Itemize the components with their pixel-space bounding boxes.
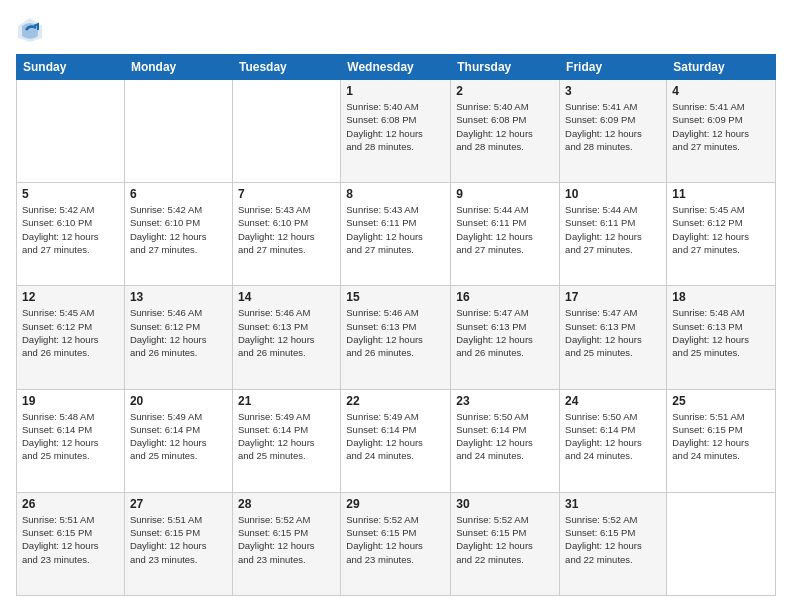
calendar-cell: 20Sunrise: 5:49 AM Sunset: 6:14 PM Dayli… — [124, 389, 232, 492]
day-number: 22 — [346, 394, 445, 408]
day-number: 29 — [346, 497, 445, 511]
calendar-cell: 13Sunrise: 5:46 AM Sunset: 6:12 PM Dayli… — [124, 286, 232, 389]
calendar-cell: 16Sunrise: 5:47 AM Sunset: 6:13 PM Dayli… — [451, 286, 560, 389]
day-info: Sunrise: 5:45 AM Sunset: 6:12 PM Dayligh… — [672, 203, 770, 256]
calendar-cell — [124, 80, 232, 183]
calendar-cell: 4Sunrise: 5:41 AM Sunset: 6:09 PM Daylig… — [667, 80, 776, 183]
day-number: 31 — [565, 497, 661, 511]
day-number: 18 — [672, 290, 770, 304]
day-info: Sunrise: 5:46 AM Sunset: 6:13 PM Dayligh… — [238, 306, 335, 359]
calendar-cell: 15Sunrise: 5:46 AM Sunset: 6:13 PM Dayli… — [341, 286, 451, 389]
calendar-cell: 29Sunrise: 5:52 AM Sunset: 6:15 PM Dayli… — [341, 492, 451, 595]
calendar-week-4: 19Sunrise: 5:48 AM Sunset: 6:14 PM Dayli… — [17, 389, 776, 492]
calendar-cell: 26Sunrise: 5:51 AM Sunset: 6:15 PM Dayli… — [17, 492, 125, 595]
calendar-week-3: 12Sunrise: 5:45 AM Sunset: 6:12 PM Dayli… — [17, 286, 776, 389]
day-info: Sunrise: 5:51 AM Sunset: 6:15 PM Dayligh… — [672, 410, 770, 463]
day-info: Sunrise: 5:51 AM Sunset: 6:15 PM Dayligh… — [130, 513, 227, 566]
calendar-cell: 23Sunrise: 5:50 AM Sunset: 6:14 PM Dayli… — [451, 389, 560, 492]
day-info: Sunrise: 5:51 AM Sunset: 6:15 PM Dayligh… — [22, 513, 119, 566]
day-info: Sunrise: 5:48 AM Sunset: 6:14 PM Dayligh… — [22, 410, 119, 463]
calendar-cell: 3Sunrise: 5:41 AM Sunset: 6:09 PM Daylig… — [560, 80, 667, 183]
calendar-cell: 22Sunrise: 5:49 AM Sunset: 6:14 PM Dayli… — [341, 389, 451, 492]
day-number: 1 — [346, 84, 445, 98]
day-number: 10 — [565, 187, 661, 201]
logo — [16, 16, 48, 44]
day-number: 27 — [130, 497, 227, 511]
day-number: 14 — [238, 290, 335, 304]
weekday-header-saturday: Saturday — [667, 55, 776, 80]
calendar-cell: 12Sunrise: 5:45 AM Sunset: 6:12 PM Dayli… — [17, 286, 125, 389]
calendar-cell: 1Sunrise: 5:40 AM Sunset: 6:08 PM Daylig… — [341, 80, 451, 183]
day-number: 16 — [456, 290, 554, 304]
day-info: Sunrise: 5:43 AM Sunset: 6:11 PM Dayligh… — [346, 203, 445, 256]
calendar-cell: 25Sunrise: 5:51 AM Sunset: 6:15 PM Dayli… — [667, 389, 776, 492]
day-number: 24 — [565, 394, 661, 408]
calendar-cell: 21Sunrise: 5:49 AM Sunset: 6:14 PM Dayli… — [232, 389, 340, 492]
day-number: 13 — [130, 290, 227, 304]
calendar-week-1: 1Sunrise: 5:40 AM Sunset: 6:08 PM Daylig… — [17, 80, 776, 183]
calendar-cell: 28Sunrise: 5:52 AM Sunset: 6:15 PM Dayli… — [232, 492, 340, 595]
day-number: 17 — [565, 290, 661, 304]
day-info: Sunrise: 5:47 AM Sunset: 6:13 PM Dayligh… — [456, 306, 554, 359]
calendar-body: 1Sunrise: 5:40 AM Sunset: 6:08 PM Daylig… — [17, 80, 776, 596]
calendar-cell: 27Sunrise: 5:51 AM Sunset: 6:15 PM Dayli… — [124, 492, 232, 595]
day-info: Sunrise: 5:52 AM Sunset: 6:15 PM Dayligh… — [346, 513, 445, 566]
calendar-cell: 6Sunrise: 5:42 AM Sunset: 6:10 PM Daylig… — [124, 183, 232, 286]
day-info: Sunrise: 5:46 AM Sunset: 6:13 PM Dayligh… — [346, 306, 445, 359]
calendar-cell: 18Sunrise: 5:48 AM Sunset: 6:13 PM Dayli… — [667, 286, 776, 389]
day-info: Sunrise: 5:48 AM Sunset: 6:13 PM Dayligh… — [672, 306, 770, 359]
calendar-table: SundayMondayTuesdayWednesdayThursdayFrid… — [16, 54, 776, 596]
day-info: Sunrise: 5:50 AM Sunset: 6:14 PM Dayligh… — [456, 410, 554, 463]
day-number: 9 — [456, 187, 554, 201]
calendar-cell: 8Sunrise: 5:43 AM Sunset: 6:11 PM Daylig… — [341, 183, 451, 286]
day-info: Sunrise: 5:50 AM Sunset: 6:14 PM Dayligh… — [565, 410, 661, 463]
day-info: Sunrise: 5:41 AM Sunset: 6:09 PM Dayligh… — [672, 100, 770, 153]
day-info: Sunrise: 5:47 AM Sunset: 6:13 PM Dayligh… — [565, 306, 661, 359]
calendar-cell: 31Sunrise: 5:52 AM Sunset: 6:15 PM Dayli… — [560, 492, 667, 595]
day-info: Sunrise: 5:46 AM Sunset: 6:12 PM Dayligh… — [130, 306, 227, 359]
weekday-header-tuesday: Tuesday — [232, 55, 340, 80]
day-info: Sunrise: 5:49 AM Sunset: 6:14 PM Dayligh… — [130, 410, 227, 463]
calendar-cell: 19Sunrise: 5:48 AM Sunset: 6:14 PM Dayli… — [17, 389, 125, 492]
header — [16, 16, 776, 44]
calendar-cell: 24Sunrise: 5:50 AM Sunset: 6:14 PM Dayli… — [560, 389, 667, 492]
day-number: 12 — [22, 290, 119, 304]
weekday-header-thursday: Thursday — [451, 55, 560, 80]
day-number: 30 — [456, 497, 554, 511]
day-number: 28 — [238, 497, 335, 511]
weekday-header-friday: Friday — [560, 55, 667, 80]
calendar-cell: 9Sunrise: 5:44 AM Sunset: 6:11 PM Daylig… — [451, 183, 560, 286]
weekday-header-sunday: Sunday — [17, 55, 125, 80]
weekday-header-wednesday: Wednesday — [341, 55, 451, 80]
day-info: Sunrise: 5:41 AM Sunset: 6:09 PM Dayligh… — [565, 100, 661, 153]
day-number: 2 — [456, 84, 554, 98]
day-number: 11 — [672, 187, 770, 201]
day-number: 8 — [346, 187, 445, 201]
calendar-cell: 10Sunrise: 5:44 AM Sunset: 6:11 PM Dayli… — [560, 183, 667, 286]
day-info: Sunrise: 5:52 AM Sunset: 6:15 PM Dayligh… — [238, 513, 335, 566]
day-number: 4 — [672, 84, 770, 98]
calendar-week-5: 26Sunrise: 5:51 AM Sunset: 6:15 PM Dayli… — [17, 492, 776, 595]
day-number: 5 — [22, 187, 119, 201]
calendar-header: SundayMondayTuesdayWednesdayThursdayFrid… — [17, 55, 776, 80]
calendar-cell: 7Sunrise: 5:43 AM Sunset: 6:10 PM Daylig… — [232, 183, 340, 286]
day-info: Sunrise: 5:40 AM Sunset: 6:08 PM Dayligh… — [346, 100, 445, 153]
day-number: 3 — [565, 84, 661, 98]
day-info: Sunrise: 5:44 AM Sunset: 6:11 PM Dayligh… — [565, 203, 661, 256]
day-info: Sunrise: 5:49 AM Sunset: 6:14 PM Dayligh… — [238, 410, 335, 463]
day-number: 25 — [672, 394, 770, 408]
day-number: 26 — [22, 497, 119, 511]
day-info: Sunrise: 5:45 AM Sunset: 6:12 PM Dayligh… — [22, 306, 119, 359]
day-info: Sunrise: 5:44 AM Sunset: 6:11 PM Dayligh… — [456, 203, 554, 256]
calendar-cell: 2Sunrise: 5:40 AM Sunset: 6:08 PM Daylig… — [451, 80, 560, 183]
day-info: Sunrise: 5:43 AM Sunset: 6:10 PM Dayligh… — [238, 203, 335, 256]
calendar-cell: 30Sunrise: 5:52 AM Sunset: 6:15 PM Dayli… — [451, 492, 560, 595]
weekday-header-row: SundayMondayTuesdayWednesdayThursdayFrid… — [17, 55, 776, 80]
calendar-cell: 11Sunrise: 5:45 AM Sunset: 6:12 PM Dayli… — [667, 183, 776, 286]
day-info: Sunrise: 5:40 AM Sunset: 6:08 PM Dayligh… — [456, 100, 554, 153]
day-number: 15 — [346, 290, 445, 304]
calendar-cell — [17, 80, 125, 183]
day-number: 21 — [238, 394, 335, 408]
weekday-header-monday: Monday — [124, 55, 232, 80]
calendar-cell: 14Sunrise: 5:46 AM Sunset: 6:13 PM Dayli… — [232, 286, 340, 389]
